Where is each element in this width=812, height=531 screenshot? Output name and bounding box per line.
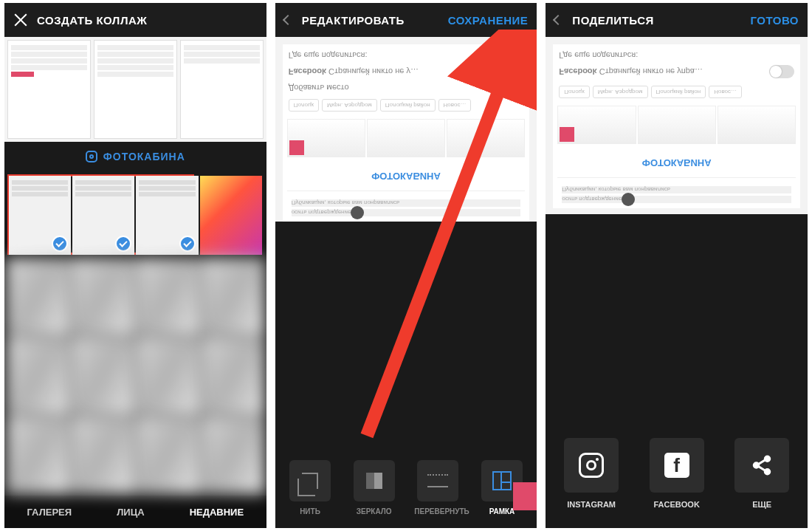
recent-thumbnails (4, 37, 266, 142)
header: ПОДЕЛИТЬСЯ ГОТОВО (546, 3, 808, 37)
share-instagram[interactable]: INSTAGRAM (562, 438, 621, 509)
tab-faces[interactable]: ЛИЦА (117, 507, 144, 518)
svg-line-5 (758, 466, 765, 470)
edit-toolbar: НИТЬ ЗЕРКАЛО ПЕРЕВЕРНУТЬ РАМКА (275, 447, 537, 528)
gallery-grid-blurred (4, 256, 266, 496)
mirror-icon (366, 473, 382, 489)
check-icon (115, 236, 131, 252)
crop-icon (302, 473, 318, 489)
tool-crop[interactable]: НИТЬ (286, 460, 334, 515)
flip-icon (427, 474, 448, 487)
back-icon[interactable] (283, 15, 293, 25)
collage-preview: Facebook Страницей никто не упра… Где ещ… (546, 37, 808, 214)
share-icon (751, 454, 773, 476)
gallery-item-selected[interactable] (9, 176, 71, 255)
toggle-icon (498, 65, 523, 78)
tab-recent[interactable]: НЕДАВНИЕ (190, 507, 244, 518)
svg-line-4 (758, 460, 765, 465)
header-title: РЕДАКТИРОВАТЬ (302, 14, 448, 27)
header-title: ПОДЕЛИТЬСЯ (572, 14, 750, 27)
share-more[interactable]: ЕЩЕ (732, 438, 791, 509)
check-icon (52, 236, 68, 252)
photobooth-button[interactable]: ФОТОКАБИНА (4, 142, 266, 171)
selection-row (4, 171, 266, 256)
tool-flip[interactable]: ПЕРЕВЕРНУТЬ (414, 460, 461, 515)
instagram-icon (579, 453, 604, 478)
gallery-item[interactable] (200, 176, 262, 255)
gallery-item-selected[interactable] (72, 176, 134, 255)
bottom-tabs: ГАЛЕРЕЯ ЛИЦА НЕДАВНИЕ (4, 496, 266, 528)
save-button[interactable]: СОХРАНЕНИЕ (448, 14, 529, 27)
thumbnail[interactable] (94, 40, 177, 139)
camera-icon (86, 151, 97, 162)
photobooth-label: ФОТОКАБИНА (103, 151, 185, 162)
share-facebook[interactable]: FACEBOOK (647, 438, 706, 509)
facebook-icon (664, 453, 689, 478)
thumbnail[interactable] (180, 40, 264, 139)
back-icon[interactable] (553, 15, 563, 25)
tool-mirror[interactable]: ЗЕРКАЛО (351, 460, 398, 515)
check-icon (179, 236, 196, 252)
thumbnail[interactable] (7, 40, 91, 139)
close-icon[interactable] (13, 13, 28, 27)
header-title: СОЗДАТЬ КОЛЛАЖ (37, 14, 258, 27)
gallery-item-selected[interactable] (136, 176, 198, 255)
tab-gallery[interactable]: ГАЛЕРЕЯ (27, 507, 72, 518)
frame-icon (492, 471, 512, 490)
header: РЕДАКТИРОВАТЬ СОХРАНЕНИЕ (275, 3, 537, 37)
share-options: INSTAGRAM FACEBOOK ЕЩЕ (546, 429, 808, 518)
screen-create-collage: СОЗДАТЬ КОЛЛАЖ ФОТОКАБИНА ГАЛЕРЕЯ ЛИЦА Н… (4, 3, 266, 528)
screen-edit: РЕДАКТИРОВАТЬ СОХРАНЕНИЕ Facebook Страни… (275, 3, 537, 528)
collage-preview: Facebook Страницей никто не у… Где еще п… (275, 37, 537, 222)
header: СОЗДАТЬ КОЛЛАЖ (4, 3, 266, 37)
done-button[interactable]: ГОТОВО (750, 14, 799, 27)
toggle-icon (769, 65, 794, 78)
screen-share: ПОДЕЛИТЬСЯ ГОТОВО Facebook Страницей ник… (546, 3, 808, 528)
